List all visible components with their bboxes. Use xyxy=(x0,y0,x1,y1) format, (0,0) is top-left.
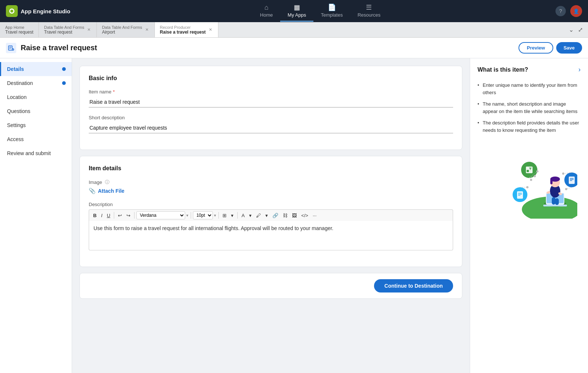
tab-app-home[interactable]: App Home Travel request xyxy=(0,22,39,37)
svg-rect-18 xyxy=(550,179,553,184)
toolbar-sep-3 xyxy=(191,212,191,219)
avatar[interactable]: 👤 xyxy=(570,5,582,17)
tab-rp-sub: Raise a travel request xyxy=(160,30,206,35)
top-nav: App Engine Studio ⌂ Home ▦ My Apps 📄 Tem… xyxy=(0,0,588,22)
nav-templates-label: Templates xyxy=(321,12,343,18)
editor-toolbar: B I U ↩ ↪ Verdana Arial Times New Roman … xyxy=(89,209,453,221)
tab-overflow-button[interactable]: ⌄ xyxy=(567,25,576,35)
page-icon xyxy=(6,43,16,53)
help-button[interactable]: ? xyxy=(555,6,566,16)
item-name-label: Item name * xyxy=(89,89,453,95)
attach-file-button[interactable]: 📎 Attach File xyxy=(89,188,453,194)
toolbar-sep-2 xyxy=(134,212,135,219)
description-editor[interactable]: Use this form to raise a travel request … xyxy=(89,221,453,250)
content-area: Basic info Item name * Short description… xyxy=(72,58,470,373)
toolbar-undo[interactable]: ↩ xyxy=(116,212,124,219)
nav-home[interactable]: ⌂ Home xyxy=(253,1,281,22)
svg-point-39 xyxy=(530,179,532,181)
tab-dt-travel-close[interactable]: ✕ xyxy=(86,27,91,33)
home-icon: ⌂ xyxy=(265,4,269,11)
font-chevron: ▾ xyxy=(186,213,188,218)
svg-rect-33 xyxy=(517,191,523,199)
nav-myapps[interactable]: ▦ My Apps xyxy=(280,0,313,22)
sidebar-item-destination[interactable]: Destination xyxy=(0,76,72,90)
preview-button[interactable]: Preview xyxy=(519,42,553,54)
tab-data-table-travel[interactable]: Data Table And Forms Travel request ✕ xyxy=(39,22,97,37)
toolbar-font-color-dropdown[interactable]: ▾ xyxy=(247,212,254,219)
sidebar-dot-details xyxy=(62,67,66,71)
item-name-group: Item name * xyxy=(89,89,453,107)
toolbar-image[interactable]: 🖼 xyxy=(290,212,299,219)
tab-data-table-airport[interactable]: Data Table And Forms Airport ✕ xyxy=(97,22,155,37)
toolbar-link[interactable]: 🔗 xyxy=(271,212,280,219)
sidebar-item-details[interactable]: Details xyxy=(0,62,72,76)
right-panel-point-3: The description field provides details t… xyxy=(477,117,581,136)
right-panel-header: What is this item? › xyxy=(477,66,581,73)
myapps-icon: ▦ xyxy=(294,3,300,11)
tab-record-producer[interactable]: Record Producer Raise a travel request ✕ xyxy=(155,22,218,37)
toolbar-redo[interactable]: ↪ xyxy=(125,212,132,219)
sidebar-dot-destination xyxy=(62,81,66,85)
right-panel-point-1: Enter unique name to identify your item … xyxy=(477,79,581,98)
svg-point-2 xyxy=(10,10,13,13)
illustration xyxy=(477,145,581,219)
tab-rp-close[interactable]: ✕ xyxy=(208,27,213,33)
tab-dt-airport-close[interactable]: ✕ xyxy=(145,27,149,33)
image-info-icon: ⓘ xyxy=(105,179,109,185)
toolbar-code[interactable]: </> xyxy=(299,212,310,219)
toolbar-table-dropdown[interactable]: ▾ xyxy=(229,212,235,219)
sidebar-item-review-submit[interactable]: Review and submit xyxy=(0,146,72,160)
svg-rect-22 xyxy=(555,198,559,205)
short-desc-input[interactable] xyxy=(89,123,453,133)
tab-expand-button[interactable]: ⤢ xyxy=(576,25,585,35)
save-button[interactable]: Save xyxy=(556,42,582,54)
sidebar-item-settings[interactable]: Settings xyxy=(0,118,72,132)
toolbar-highlight-dropdown[interactable]: ▾ xyxy=(264,212,270,219)
toolbar-highlight[interactable]: 🖊 xyxy=(254,212,263,219)
tab-dt-airport-main: Data Table And Forms xyxy=(102,25,142,30)
nav-myapps-label: My Apps xyxy=(288,12,306,18)
toolbar-table[interactable]: ⊞ xyxy=(221,212,228,219)
sidebar-item-location[interactable]: Location xyxy=(0,90,72,104)
size-chevron: ▾ xyxy=(214,213,216,218)
toolbar-bold[interactable]: B xyxy=(91,212,98,219)
toolbar-font-family[interactable]: Verdana Arial Times New Roman xyxy=(136,211,185,219)
app-name: App Engine Studio xyxy=(21,8,70,14)
image-group: Image ⓘ 📎 Attach File xyxy=(89,179,453,194)
short-desc-group: Short description xyxy=(89,115,453,133)
toolbar-italic[interactable]: I xyxy=(99,212,104,219)
toolbar-more[interactable]: ··· xyxy=(311,212,319,219)
tab-app-home-main: App Home xyxy=(5,25,33,30)
toolbar-unlink[interactable]: ⛓ xyxy=(281,212,289,219)
description-label: Description xyxy=(89,202,453,207)
main-nav: ⌂ Home ▦ My Apps 📄 Templates ☰ Resources xyxy=(85,0,555,22)
right-panel-points: Enter unique name to identify your item … xyxy=(477,79,581,136)
short-desc-label: Short description xyxy=(89,115,453,120)
nav-resources[interactable]: ☰ Resources xyxy=(350,0,388,22)
right-panel-title: What is this item? xyxy=(477,66,528,73)
nav-templates[interactable]: 📄 Templates xyxy=(313,0,350,22)
expand-icon[interactable]: › xyxy=(578,66,581,73)
sidebar-item-questions[interactable]: Questions xyxy=(0,104,72,118)
toolbar-underline[interactable]: U xyxy=(105,212,112,219)
continue-button[interactable]: Continue to Destination xyxy=(374,279,453,292)
tab-rp-main: Record Producer xyxy=(160,25,206,30)
toolbar-font-size[interactable]: 10pt 12pt 14pt xyxy=(193,211,213,219)
toolbar-font-color[interactable]: A xyxy=(239,212,247,219)
sidebar: Details Destination Location Questions S… xyxy=(0,58,72,373)
item-name-input[interactable] xyxy=(89,97,453,107)
right-panel-point-2: The name, short description and image ap… xyxy=(477,98,581,117)
toolbar-sep-1 xyxy=(114,212,114,219)
tab-app-home-sub: Travel request xyxy=(5,30,33,35)
resources-icon: ☰ xyxy=(366,3,372,11)
app-logo[interactable]: App Engine Studio xyxy=(6,5,70,17)
required-star: * xyxy=(113,89,115,95)
page-header: Raise a travel request Preview Save xyxy=(0,38,588,58)
sidebar-item-access[interactable]: Access xyxy=(0,132,72,146)
svg-rect-25 xyxy=(527,170,529,172)
tab-actions: ⌄ ⤢ xyxy=(564,22,588,37)
sidebar-label-location: Location xyxy=(7,94,27,100)
svg-rect-21 xyxy=(552,197,555,205)
sidebar-label-details: Details xyxy=(7,66,24,72)
image-label: Image ⓘ xyxy=(89,179,453,185)
